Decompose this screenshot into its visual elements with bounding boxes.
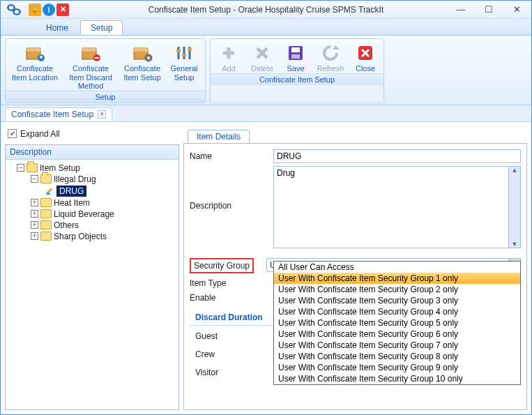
- rbtn-general-setup[interactable]: General Setup: [167, 42, 201, 91]
- svg-rect-5: [26, 48, 40, 52]
- doc-tab-confiscate[interactable]: Confiscate Item Setup ×: [5, 107, 112, 121]
- scroll-down-icon[interactable]: ▼: [512, 241, 518, 248]
- maximize-button[interactable]: ☐: [481, 4, 496, 15]
- expand-icon[interactable]: +: [31, 221, 38, 229]
- pencil-icon: [45, 186, 54, 196]
- rbtn-close[interactable]: Close: [351, 42, 379, 73]
- save-icon: [285, 43, 306, 63]
- tab-home[interactable]: Home: [36, 20, 79, 35]
- minimize-button[interactable]: —: [453, 4, 469, 15]
- textarea-scrollbar[interactable]: ▲▼: [509, 166, 521, 248]
- tree-leaf-selected[interactable]: DRUG: [7, 185, 177, 197]
- collapse-icon[interactable]: –: [31, 175, 38, 183]
- tab-setup[interactable]: Setup: [80, 20, 123, 35]
- svg-rect-20: [182, 54, 186, 56]
- svg-rect-27: [291, 47, 300, 52]
- svg-rect-28: [291, 54, 300, 59]
- tree-root[interactable]: –Item Setup: [7, 163, 177, 174]
- svg-rect-19: [176, 50, 181, 52]
- svg-rect-34: [47, 188, 52, 193]
- folder-open-icon: [40, 174, 52, 183]
- ribbon-caption-confiscate: Confiscate Item Setup: [211, 73, 383, 85]
- expand-icon[interactable]: +: [31, 210, 38, 218]
- svg-point-15: [147, 56, 150, 59]
- label-description: Description: [190, 166, 266, 211]
- name-input[interactable]: [273, 149, 521, 163]
- info-icon[interactable]: i: [43, 3, 55, 16]
- titlebar-left: 🔒 i ✕: [1, 2, 69, 17]
- close-button[interactable]: ✕: [509, 4, 524, 15]
- svg-rect-11: [95, 57, 99, 59]
- rbtn-discard-method[interactable]: Confiscate Item Discard Method: [64, 42, 117, 91]
- svg-rect-9: [82, 48, 96, 52]
- window-controls: — ☐ ✕: [453, 4, 531, 15]
- left-pane: ✔ Expand All Description –Item Setup –Il…: [5, 128, 179, 410]
- tree-item[interactable]: +Liquid Beverage: [7, 209, 177, 220]
- rbtn-add[interactable]: Add: [215, 42, 243, 73]
- rbtn-item-setup[interactable]: Confiscate Item Setup: [121, 42, 163, 91]
- expand-icon[interactable]: +: [31, 232, 38, 240]
- ribbon-group-setup: Confiscate Item Location Confiscate Item…: [5, 38, 206, 103]
- dropdown-option[interactable]: User With Confiscate Item Security Group…: [274, 284, 520, 295]
- expand-icon[interactable]: +: [31, 199, 38, 206]
- dropdown-option[interactable]: User With Confiscate Item Security Group…: [274, 340, 520, 351]
- box-pin-icon: [24, 43, 45, 63]
- svg-point-2: [9, 6, 13, 9]
- sliders-icon: [174, 43, 195, 63]
- dropdown-option[interactable]: User With Confiscate Item Security Group…: [274, 317, 520, 329]
- row-description: Description Drug ▲▼: [190, 166, 521, 248]
- title-bar: 🔒 i ✕ Confiscate Item Setup - Oracle Hos…: [1, 1, 531, 19]
- dropdown-option[interactable]: User With Confiscate Item Security Group…: [274, 362, 520, 373]
- content-area: ✔ Expand All Description –Item Setup –Il…: [1, 122, 531, 414]
- doc-tab-close-icon[interactable]: ×: [98, 110, 106, 119]
- description-textarea[interactable]: Drug: [273, 166, 509, 248]
- detail-body: Name Description Drug ▲▼ Security Group …: [183, 143, 527, 410]
- lock-icon[interactable]: 🔒: [29, 3, 41, 16]
- expand-all-checkbox[interactable]: ✔: [8, 129, 17, 138]
- folder-icon: [40, 232, 52, 241]
- folder-icon: [40, 209, 52, 218]
- label-item-type: Item Type: [190, 276, 266, 288]
- qat-close-icon[interactable]: ✕: [56, 3, 69, 16]
- dropdown-option[interactable]: User With Confiscate Item Security Group…: [274, 295, 520, 306]
- tree-item[interactable]: +Others: [7, 220, 177, 231]
- svg-rect-21: [188, 48, 192, 51]
- dropdown-option[interactable]: User With Confiscate Item Security Group…: [274, 273, 520, 284]
- tab-item-details[interactable]: Item Details: [188, 130, 250, 143]
- folder-icon: [40, 198, 52, 207]
- rbtn-refresh[interactable]: Refresh: [314, 42, 347, 73]
- tree-item[interactable]: +Sharp Objects: [7, 231, 177, 242]
- rbtn-item-location[interactable]: Confiscate Item Location: [10, 42, 60, 91]
- dropdown-option[interactable]: User With Confiscate Item Security Group…: [274, 373, 520, 384]
- dropdown-option[interactable]: All User Can Access: [274, 262, 520, 273]
- dropdown-option[interactable]: User With Confiscate Item Security Group…: [274, 306, 520, 317]
- doc-tab-label: Confiscate Item Setup: [11, 110, 93, 119]
- dropdown-option[interactable]: User With Confiscate Item Security Group…: [274, 351, 520, 362]
- item-tree[interactable]: –Item Setup –Illegal Drug DRUG +Heat Ite…: [6, 160, 178, 409]
- box-gear-icon: [132, 43, 153, 63]
- tree-item[interactable]: +Heat Item: [7, 197, 177, 209]
- detail-tabstrip: Item Details: [183, 128, 527, 143]
- collapse-icon[interactable]: –: [17, 164, 24, 172]
- x-icon: [252, 43, 273, 63]
- security-group-dropdown-list[interactable]: All User Can Access User With Confiscate…: [273, 261, 521, 385]
- tree-item[interactable]: –Illegal Drug: [7, 174, 177, 185]
- main-tabstrip: Home Setup: [1, 19, 531, 36]
- dropdown-option[interactable]: User With Confiscate Item Security Group…: [274, 329, 520, 340]
- expand-all-row[interactable]: ✔ Expand All: [5, 128, 179, 140]
- app-icon: [3, 2, 24, 17]
- refresh-icon: [320, 43, 341, 63]
- description-header: Description: [6, 145, 178, 160]
- ribbon: Confiscate Item Location Confiscate Item…: [1, 36, 531, 105]
- box-discard-icon: [80, 43, 101, 63]
- folder-icon: [40, 220, 52, 229]
- close-red-icon: [355, 43, 376, 63]
- window-title: Confiscate Item Setup - Oracle Hospitali…: [1, 5, 531, 15]
- label-name: Name: [190, 149, 266, 161]
- rbtn-delete[interactable]: Delete: [247, 42, 278, 73]
- svg-rect-13: [134, 48, 148, 52]
- label-enable: Enable: [190, 291, 266, 303]
- scroll-up-icon[interactable]: ▲: [512, 167, 518, 174]
- svg-point-7: [40, 56, 43, 59]
- rbtn-save[interactable]: Save: [282, 42, 310, 73]
